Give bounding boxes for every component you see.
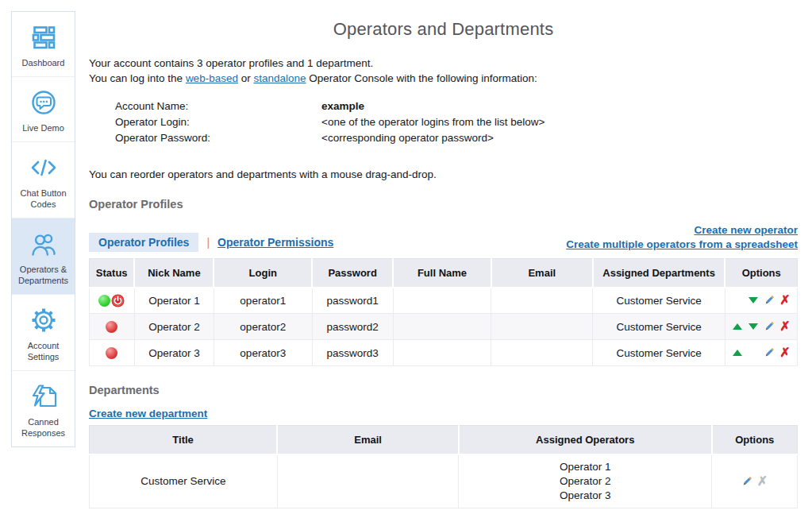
departments-table-header: Title Email Assigned Operators Options	[90, 426, 798, 454]
empty-slot	[746, 346, 760, 360]
login-info-block: Account Name: example Operator Login: <o…	[115, 99, 798, 146]
move-up-icon[interactable]	[730, 320, 744, 334]
assigned-operator: Operator 3	[462, 489, 708, 503]
operator-password-value: <corresponding operator password>	[321, 130, 798, 146]
main-content: Operators and Departments Your account c…	[89, 10, 798, 508]
reorder-note: You can reorder operators and department…	[89, 168, 798, 180]
code-icon	[13, 151, 73, 184]
delete-x-icon[interactable]: ✗	[778, 346, 791, 360]
full-name-cell	[393, 340, 491, 366]
canned-responses-icon	[13, 380, 73, 413]
col-title: Title	[90, 426, 278, 454]
edit-pencil-icon[interactable]	[762, 294, 775, 307]
sidebar-item-label: Operators & Departments	[13, 264, 73, 286]
operator-row[interactable]: Operator 2 operator2 password2 Customer …	[90, 314, 798, 340]
options-cell: ✗	[725, 340, 797, 366]
options-cell: ✗	[725, 314, 797, 340]
status-cell	[90, 288, 135, 314]
operator-login-label: Operator Login:	[115, 114, 321, 130]
sidebar-item-account-settings[interactable]: Account Settings	[12, 294, 75, 370]
options-cell: ✗	[725, 288, 797, 314]
operators-table: Status Nick Name Login Password Full Nam…	[89, 258, 798, 366]
col-password: Password	[312, 259, 393, 288]
col-status: Status	[90, 259, 135, 288]
move-down-icon[interactable]	[746, 294, 760, 307]
account-name-row: Account Name: example	[115, 99, 798, 114]
login-cell: operator1	[214, 288, 312, 314]
operator-login-value: <one of the operator logins from the lis…	[321, 114, 798, 130]
col-assigned-departments: Assigned Departments	[593, 259, 725, 288]
departments-heading: Departments	[89, 384, 798, 396]
login-cell: operator3	[214, 340, 312, 366]
departments-cell: Customer Service	[593, 314, 725, 340]
email-cell	[491, 314, 593, 340]
email-cell	[491, 288, 593, 314]
delete-x-icon[interactable]: ✗	[778, 294, 791, 307]
nick-name-cell: Operator 1	[134, 288, 214, 314]
status-cell	[90, 340, 135, 366]
delete-x-icon[interactable]: ✗	[778, 320, 791, 334]
operator-row[interactable]: Operator 1 operator1 password1 Customer …	[90, 288, 798, 314]
live-demo-icon	[13, 86, 73, 119]
col-assigned-operators: Assigned Operators	[459, 426, 712, 454]
logout-power-icon[interactable]	[111, 294, 125, 307]
intro-line1: Your account contains 3 operator profile…	[89, 56, 798, 71]
account-name-label: Account Name:	[115, 99, 321, 114]
standalone-link[interactable]: standalone	[253, 72, 306, 84]
operators-tabs-bar: Operator Profiles | Operator Permissions…	[89, 223, 798, 252]
operator-row[interactable]: Operator 3 operator3 password3 Customer …	[90, 340, 798, 366]
full-name-cell	[393, 288, 491, 314]
dashboard-icon	[13, 21, 73, 54]
operators-table-header: Status Nick Name Login Password Full Nam…	[90, 259, 798, 288]
col-email: Email	[491, 259, 593, 288]
delete-x-disabled-icon: ✗	[756, 474, 769, 488]
edit-pencil-icon[interactable]	[740, 474, 753, 488]
gear-icon	[13, 303, 73, 337]
departments-table: Title Email Assigned Operators Options C…	[89, 425, 798, 508]
full-name-cell	[393, 314, 491, 340]
tab-separator: |	[206, 236, 210, 249]
move-up-icon[interactable]	[730, 346, 744, 360]
tab-operator-profiles[interactable]: Operator Profiles	[89, 233, 198, 252]
sidebar-item-live-demo[interactable]: Live Demo	[12, 76, 75, 141]
sidebar-item-label: Live Demo	[13, 122, 73, 133]
login-cell: operator2	[214, 314, 312, 340]
nick-name-cell: Operator 3	[134, 340, 214, 366]
assigned-operator: Operator 1	[462, 460, 708, 474]
edit-pencil-icon[interactable]	[762, 346, 775, 360]
title-cell: Customer Service	[90, 454, 278, 508]
intro-text: Your account contains 3 operator profile…	[89, 56, 798, 86]
create-new-operator-link[interactable]: Create new operator	[566, 223, 798, 238]
options-cell: ✗	[712, 454, 798, 508]
empty-slot	[730, 294, 744, 307]
password-cell: password2	[312, 314, 393, 340]
sidebar-item-canned-responses[interactable]: Canned Responses	[12, 370, 75, 446]
departments-cell: Customer Service	[593, 340, 725, 366]
sidebar-item-dashboard[interactable]: Dashboard	[12, 12, 75, 76]
sidebar-item-label: Canned Responses	[13, 416, 73, 439]
sidebar-item-label: Account Settings	[13, 340, 73, 362]
status-offline-icon	[106, 347, 117, 359]
operator-password-label: Operator Password:	[115, 130, 321, 146]
nick-name-cell: Operator 2	[134, 314, 214, 340]
operator-profiles-heading: Operator Profiles	[89, 198, 798, 211]
status-cell	[90, 314, 135, 340]
col-email: Email	[277, 426, 459, 454]
tab-operator-permissions[interactable]: Operator Permissions	[217, 236, 333, 249]
operator-login-row: Operator Login: <one of the operator log…	[115, 114, 798, 130]
col-login: Login	[214, 259, 312, 288]
edit-pencil-icon[interactable]	[762, 320, 775, 334]
department-row[interactable]: Customer Service Operator 1 Operator 2 O…	[90, 454, 798, 508]
sidebar-item-operators-departments[interactable]: Operators & Departments	[12, 218, 75, 294]
sidebar-item-chat-button-codes[interactable]: Chat Button Codes	[12, 141, 75, 218]
create-multiple-operators-link[interactable]: Create multiple operators from a spreads…	[566, 238, 798, 252]
move-down-icon[interactable]	[746, 320, 760, 334]
operator-password-row: Operator Password: <corresponding operat…	[115, 130, 798, 146]
status-online-icon	[98, 295, 110, 307]
email-cell	[491, 340, 593, 366]
intro-line2: You can log into the web-based or standa…	[89, 71, 798, 86]
status-offline-icon	[106, 321, 117, 333]
create-new-department-link[interactable]: Create new department	[89, 408, 207, 419]
web-based-link[interactable]: web-based	[186, 72, 238, 84]
sidebar-item-label: Chat Button Codes	[13, 187, 73, 210]
